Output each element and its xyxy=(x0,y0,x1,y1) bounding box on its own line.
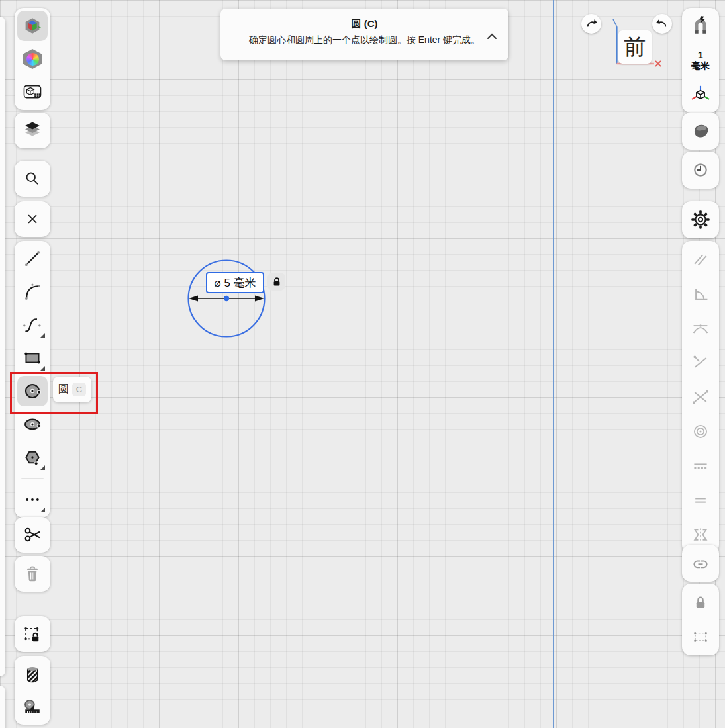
unlink-icon xyxy=(687,550,714,576)
submenu-triangle-icon xyxy=(40,366,45,371)
close-button[interactable] xyxy=(17,204,48,234)
grid-size-label: 1 毫米 xyxy=(685,45,716,75)
unlink-button[interactable] xyxy=(685,547,716,579)
shaded-view-icon xyxy=(687,118,714,144)
tooltip-label: 圆 xyxy=(58,383,69,396)
x-axis-cross-icon xyxy=(655,61,661,66)
left-panel-extras xyxy=(15,656,50,725)
close-icon xyxy=(21,208,44,230)
symmetry-constraint-icon xyxy=(687,522,714,548)
right-panel-lock xyxy=(682,584,719,655)
submenu-triangle-icon xyxy=(40,333,45,338)
search-icon xyxy=(21,167,44,190)
equal-constraint-button xyxy=(685,484,716,516)
snap-toggle-button[interactable] xyxy=(685,11,716,42)
orientation-cube-icon xyxy=(21,15,44,37)
redo-arrow-icon xyxy=(584,17,599,31)
parallel-constraint-button xyxy=(685,244,716,275)
left-panel-close xyxy=(15,201,50,237)
left-edge-panel xyxy=(0,17,5,676)
lock-button[interactable] xyxy=(685,586,716,618)
more-tools-button[interactable] xyxy=(17,484,48,515)
fill-hatch-icon xyxy=(20,661,45,686)
measure-button[interactable] xyxy=(17,692,48,722)
selection-bounds-button[interactable] xyxy=(685,621,716,653)
lock-icon xyxy=(688,590,713,615)
left-panel-layers xyxy=(15,113,50,148)
collinear-constraint-button xyxy=(685,450,716,482)
parallel-constraint-icon xyxy=(687,246,714,273)
angle-constraint-button xyxy=(685,278,716,310)
intersection-constraint-button xyxy=(685,381,716,413)
circle-center-point[interactable] xyxy=(224,296,229,301)
arc-tool-button[interactable] xyxy=(17,277,48,307)
delete-trash-icon xyxy=(21,562,44,586)
layers-icon xyxy=(21,118,44,142)
search-button[interactable] xyxy=(17,163,48,194)
instruction-banner: 圆 (C) 确定圆心和圆周上的一个点以绘制圆。按 Enter 键完成。 xyxy=(220,9,508,60)
angle-constraint-icon xyxy=(687,281,714,307)
spline-tool-button[interactable] xyxy=(17,310,48,340)
delete-button xyxy=(17,559,48,589)
dimension-lock-button[interactable] xyxy=(267,273,285,291)
front-view-badge[interactable]: 前 xyxy=(618,30,652,64)
shaded-view-button[interactable] xyxy=(685,115,716,147)
line-tool-icon xyxy=(19,246,46,272)
origin-axes-icon xyxy=(687,81,714,107)
view-settings-icon xyxy=(21,80,44,104)
chevron-up-icon[interactable] xyxy=(486,32,498,40)
diameter-input[interactable]: ⌀ 5 毫米 xyxy=(206,272,264,293)
cad-canvas[interactable]: { "instruction_banner": { "title": "圆 (C… xyxy=(0,0,725,728)
rectangle-tool-button[interactable] xyxy=(17,343,48,373)
banner-description: 确定圆心和圆周上的一个点以绘制圆。按 Enter 键完成。 xyxy=(220,34,508,46)
color-wheel-icon xyxy=(23,49,42,69)
concentric-constraint-button xyxy=(685,416,716,447)
right-panel-constraints xyxy=(682,241,719,553)
settings-gear-icon xyxy=(688,207,713,232)
banner-title: 圆 (C) xyxy=(220,18,508,30)
concentric-constraint-icon xyxy=(687,418,714,445)
tangent-constraint-button xyxy=(685,312,716,344)
right-panel-snap: 1 毫米 xyxy=(682,8,719,113)
layers-button[interactable] xyxy=(17,115,48,146)
fill-hatch-button[interactable] xyxy=(17,659,48,689)
collinear-constraint-icon xyxy=(687,453,714,479)
trim-button[interactable] xyxy=(17,520,48,550)
point-on-line-constraint-icon xyxy=(687,349,714,376)
left-panel-app xyxy=(15,8,50,110)
arc-tool-icon xyxy=(19,279,46,305)
lock-icon xyxy=(271,277,282,287)
circle-tool-tooltip: 圆 C xyxy=(53,377,91,402)
redo-button[interactable] xyxy=(581,14,601,34)
right-panel-shading xyxy=(682,113,719,150)
grid-size-unit: 毫米 xyxy=(691,60,710,71)
shortcut-key-badge: C xyxy=(72,383,86,396)
left-panel-lock-selection xyxy=(15,616,50,652)
selection-bounds-icon xyxy=(688,624,713,649)
lock-selection-icon xyxy=(20,621,45,647)
trim-scissors-icon xyxy=(21,523,44,547)
origin-axes-button[interactable] xyxy=(685,78,716,110)
equal-constraint-icon xyxy=(687,487,714,514)
appearance-button[interactable] xyxy=(17,44,48,74)
ellipse-tool-icon xyxy=(19,411,46,437)
grid-size-value: 1 xyxy=(698,50,703,60)
right-panel-settings xyxy=(682,201,719,238)
lock-selection-button[interactable] xyxy=(17,619,48,649)
left-panel-trim xyxy=(15,517,50,553)
history-button[interactable] xyxy=(685,154,716,186)
right-panel-link xyxy=(682,545,719,582)
view-settings-button[interactable] xyxy=(17,77,48,107)
view-orientation-gizmo[interactable]: 前 xyxy=(609,11,665,71)
left-edge-panel xyxy=(0,686,5,728)
left-panel-search xyxy=(15,161,50,197)
vertical-axis-line xyxy=(553,0,554,728)
diameter-dimension-line xyxy=(189,296,264,302)
orientation-cube-button[interactable] xyxy=(17,11,48,41)
settings-button[interactable] xyxy=(685,204,716,236)
intersection-constraint-icon xyxy=(687,384,714,410)
submenu-triangle-icon xyxy=(40,508,45,512)
line-tool-button[interactable] xyxy=(17,244,48,274)
tangent-constraint-icon xyxy=(687,315,714,341)
polygon-tool-button[interactable] xyxy=(17,442,48,473)
